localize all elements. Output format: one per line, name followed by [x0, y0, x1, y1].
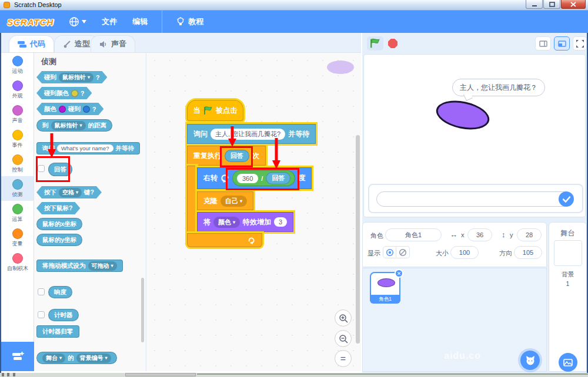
timer-checkbox[interactable]: [38, 311, 45, 318]
block-touching[interactable]: 碰到 鼠标指针 ?: [36, 71, 107, 83]
answer-reporter[interactable]: 回答: [225, 150, 249, 162]
divide-operator[interactable]: 360 / 回答: [232, 170, 295, 186]
block-loudness[interactable]: 响度: [48, 286, 72, 298]
block-reset-timer[interactable]: 计时器归零: [36, 325, 79, 338]
language-selector[interactable]: [69, 16, 86, 27]
block-repeat[interactable]: 重复执行 回答 次: [187, 146, 266, 166]
close-button[interactable]: [561, 0, 586, 9]
fullscreen-button[interactable]: [573, 36, 587, 51]
menu-edit[interactable]: 编辑: [132, 16, 148, 27]
answer-reporter[interactable]: 回答: [266, 172, 290, 184]
palette-scrollbar[interactable]: [141, 278, 144, 342]
direction-input[interactable]: 105: [514, 246, 542, 259]
stage-pane: 主人，您让我画几瓣花？ 角色 角色1 ↔ x 36 ↕ y 28 显示 大小 1…: [362, 33, 587, 373]
sprite-thumb-image: [377, 278, 395, 287]
stop-button[interactable]: [387, 38, 399, 49]
code-workspace[interactable]: 当 被点击 询问 主人, 您让我画几瓣花? 并等待 重复执行 回答 次 右转 3…: [147, 53, 361, 371]
category-operators[interactable]: 运算: [1, 201, 34, 225]
block-when-flag-clicked[interactable]: 当 被点击: [187, 100, 243, 121]
color-swatch[interactable]: [59, 106, 66, 113]
block-ask-and-wait[interactable]: 询问 主人, 您让我画几瓣花? 并等待: [187, 124, 316, 144]
stage[interactable]: 主人，您让我画几瓣花？: [363, 54, 586, 217]
block-color-touching-color[interactable]: 颜色 碰到 ?: [36, 103, 103, 115]
minimize-button[interactable]: [526, 0, 543, 9]
x-input[interactable]: 36: [467, 228, 492, 241]
green-flag-button[interactable]: [367, 36, 383, 51]
add-sprite-button[interactable]: [520, 351, 540, 370]
watermark: aidu.co: [444, 351, 481, 361]
show-sprite-button[interactable]: [383, 246, 396, 258]
chevron-down-icon: [82, 20, 86, 23]
sprite-name-input[interactable]: 角色1: [385, 228, 442, 241]
answer-input[interactable]: [376, 191, 572, 207]
zoom-out-button[interactable]: [335, 330, 352, 347]
maximize-button[interactable]: [543, 0, 560, 9]
number-input[interactable]: 3: [274, 217, 287, 227]
number-input[interactable]: 360: [237, 174, 258, 183]
block-mouse-y[interactable]: 鼠标的y坐标: [36, 234, 82, 246]
loudness-checkbox[interactable]: [38, 288, 45, 295]
menu-tutorials[interactable]: 教程: [176, 16, 203, 27]
block-backdrop-of[interactable]: 舞台 的 背景编号: [36, 352, 117, 364]
block-turn-right[interactable]: 右转 360 / 回答 度: [197, 167, 312, 189]
menu-file[interactable]: 文件: [102, 16, 117, 27]
block-mouse-x[interactable]: 鼠标的x坐标: [36, 218, 82, 230]
block-key-pressed[interactable]: 按下 空格 键?: [36, 186, 102, 198]
block-change-effect[interactable]: 将 颜色 特效增加 3: [197, 212, 293, 232]
category-motion[interactable]: 运动: [1, 53, 34, 78]
hide-sprite-button[interactable]: [396, 246, 410, 258]
block-answer[interactable]: 回答: [48, 163, 72, 176]
block-timer[interactable]: 计时器: [48, 309, 79, 321]
stage-backdrop-panel[interactable]: 舞台 背景 1: [549, 222, 587, 372]
stage-panel-title: 舞台: [549, 228, 586, 238]
sprite-on-stage[interactable]: [433, 96, 492, 134]
dropdown[interactable]: 鼠标指针: [59, 73, 93, 82]
scratch-logo[interactable]: SCRATCH: [7, 17, 54, 27]
add-extension-button[interactable]: [1, 342, 34, 371]
answer-checkbox[interactable]: [38, 165, 45, 172]
category-looks[interactable]: 外观: [1, 78, 34, 102]
tab-sounds[interactable]: 声音: [91, 35, 135, 52]
color-swatch[interactable]: [83, 106, 90, 113]
sensing-dot: [12, 179, 23, 190]
y-input[interactable]: 28: [517, 228, 542, 241]
category-sensing[interactable]: 侦测: [1, 176, 34, 201]
dropdown[interactable]: 舞台: [42, 354, 65, 363]
sprite-thumbnail[interactable]: 角色1 ✕: [370, 272, 400, 304]
globe-icon: [69, 16, 79, 27]
category-myblocks[interactable]: 自制积木: [1, 250, 34, 275]
large-stage-button[interactable]: [554, 36, 570, 51]
dropdown[interactable]: 颜色: [213, 217, 240, 228]
text-input[interactable]: 主人, 您让我画几瓣花?: [211, 129, 285, 140]
size-input[interactable]: 100: [450, 246, 479, 259]
color-swatch[interactable]: [71, 90, 78, 97]
zoom-in-button[interactable]: [335, 309, 352, 326]
category-variables[interactable]: 变量: [1, 225, 34, 250]
block-touching-color[interactable]: 碰到颜色 ?: [36, 87, 92, 99]
tab-code[interactable]: 代码: [9, 35, 54, 52]
category-sound[interactable]: 声音: [1, 102, 34, 127]
block-set-drag-mode[interactable]: 将拖动模式设为 可拖动: [36, 260, 123, 272]
dropdown[interactable]: 空格: [59, 188, 82, 197]
menu-divider: [162, 11, 162, 33]
submit-answer-button[interactable]: [559, 191, 574, 207]
add-backdrop-button[interactable]: [559, 353, 577, 372]
dropdown[interactable]: 自己: [220, 196, 247, 207]
category-events[interactable]: 事件: [1, 127, 34, 152]
code-scrollbar[interactable]: [356, 135, 360, 344]
dropdown[interactable]: 可拖动: [88, 261, 117, 271]
zoom-reset-button[interactable]: =: [335, 350, 352, 367]
category-control[interactable]: 控制: [1, 152, 34, 176]
block-mouse-down[interactable]: 按下鼠标?: [36, 202, 80, 214]
y-label: y: [510, 231, 513, 238]
dropdown[interactable]: 背景编号: [76, 354, 111, 363]
dropdown[interactable]: 鼠标指针: [51, 121, 86, 130]
small-stage-button[interactable]: [535, 36, 551, 51]
block-distance-to[interactable]: 到 鼠标指针 的距离: [36, 119, 112, 132]
text-input[interactable]: What's your name?: [57, 144, 113, 152]
repeat-block-spine: [187, 166, 196, 233]
backdrop-thumbnail[interactable]: [554, 240, 582, 266]
block-ask-and-wait[interactable]: 询问 What's your name? 并等待: [36, 142, 140, 154]
block-create-clone[interactable]: 克隆 自己: [197, 191, 253, 210]
delete-sprite-button[interactable]: ✕: [395, 269, 403, 278]
